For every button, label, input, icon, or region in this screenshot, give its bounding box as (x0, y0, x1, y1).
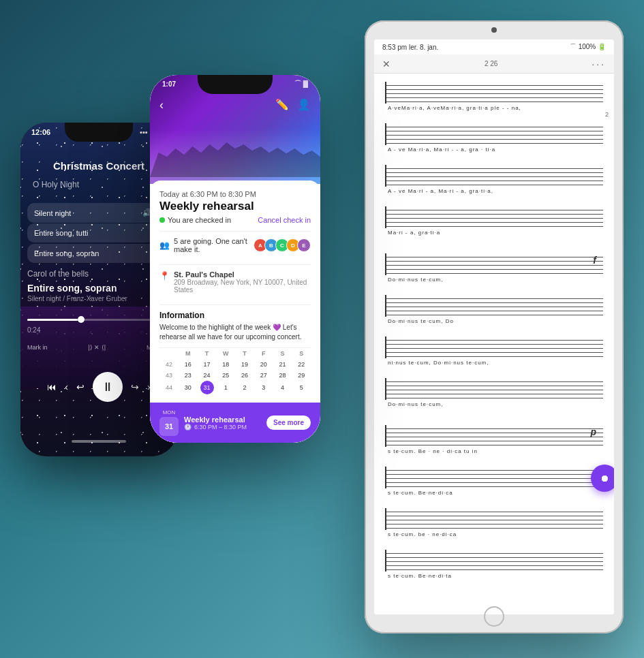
ipad-home-button[interactable] (484, 606, 504, 627)
cal-day-24[interactable]: 24 (198, 370, 217, 381)
progress-bar[interactable] (27, 319, 170, 321)
event-title: Weekly rehearsal (159, 200, 311, 213)
home-bar (72, 440, 126, 443)
staff-row-9: p s te·cum. Be · ne · di·ca tu in (385, 425, 603, 454)
ipad-toolbar: ✕ 2 26 ··· (374, 54, 614, 74)
mark-separator: |⟩ ✕ ⟨| (88, 344, 106, 351)
lyrics-2: A - ve Ma·ri·a, Ma·ri - - a, gra · ti·a (385, 146, 603, 153)
middle-screen: ‹ ✏️ 👤 Today at 6:30 PM to 8:30 PM Weekl… (150, 75, 320, 443)
progress-fill (27, 319, 78, 321)
lyrics-12: s te·cum. Be·ne·di·ta (385, 573, 603, 579)
status-bar-middle: 1:07 ⌒ ▓ (162, 79, 308, 89)
ipad-wifi-battery: ⌒ 100% 🔋 (570, 42, 606, 52)
cal-header-f: F (254, 348, 273, 359)
cal-day-27[interactable]: 27 (254, 370, 273, 381)
cal-day-25[interactable]: 25 (216, 370, 235, 381)
event-bar: MON 31 Weekly rehearsal 🕐 6:30 PM – 8:30… (150, 403, 320, 443)
song-name-1: Silent night (34, 209, 71, 217)
staff-lines-2 (385, 123, 603, 145)
event-date-num: 31 (159, 417, 179, 436)
staff-lines-1 (385, 82, 603, 104)
event-bar-time: 6:30 PM – 8:30 PM (194, 424, 247, 430)
ipad-toolbar-dots[interactable]: ··· (592, 59, 606, 69)
staff-row-1: A·veMa·ri·a, A·veMa·ri·a, gra·ti·a ple -… (385, 82, 603, 111)
info-text: Welcome to the highlight of the week 💜 L… (159, 323, 311, 342)
calendar: M T W T F S S 42 16 17 18 19 20 21 22 (159, 347, 311, 394)
cal-day-29[interactable]: 29 (292, 370, 311, 381)
record-button[interactable]: ⏺ (591, 465, 614, 492)
cal-day-2[interactable]: 2 (235, 381, 254, 394)
choir-silhouettes (150, 136, 320, 177)
song-item-3[interactable]: Entire song, sopran (27, 244, 170, 263)
person-icon[interactable]: 👤 (297, 98, 311, 111)
cal-day-4[interactable]: 4 (273, 381, 292, 394)
prev-button[interactable]: ‹ (65, 381, 68, 392)
song-item-2[interactable]: Entire song, tutti (27, 223, 170, 242)
edit-icon[interactable]: ✏️ (275, 98, 289, 111)
spacer-1 (385, 248, 603, 253)
lyrics-6: Do·mi·nus te·cum, Do (385, 318, 603, 324)
spacer-2 (385, 420, 603, 425)
cal-day-22[interactable]: 22 (292, 359, 311, 370)
cal-day-16[interactable]: 16 (179, 359, 198, 370)
checkin-text: You are checked in (168, 216, 231, 224)
see-more-button[interactable]: See more (266, 416, 311, 430)
checkin-status: You are checked in (159, 216, 231, 224)
forward-button[interactable]: ↪ (131, 381, 139, 392)
staff-row-11: s te·cum. be · ne·di·ca (385, 508, 603, 537)
sheet-music: A·veMa·ri·a, A·veMa·ri·a, gra·ti·a ple -… (374, 74, 614, 614)
cal-day-18[interactable]: 18 (216, 359, 235, 370)
back-button[interactable]: ‹ (159, 98, 164, 112)
rewind-button[interactable]: ↩ (76, 381, 85, 392)
cal-day-21[interactable]: 21 (273, 359, 292, 370)
staff-lines-6 (385, 295, 603, 317)
mark-in-label[interactable]: Mark in (27, 344, 48, 351)
week-num-44: 44 (159, 381, 179, 394)
cal-day-30[interactable]: 30 (179, 381, 198, 394)
location-icon: 📍 (159, 271, 170, 281)
location-name: St. Paul's Chapel (174, 270, 311, 279)
status-icons-middle: ⌒ ▓ (294, 79, 308, 89)
staff-row-4: Ma·ri - a, gra·ti·a (385, 206, 603, 236)
cal-day-1[interactable]: 1 (216, 381, 235, 394)
lyrics-7: ni·nus te·cum, Do·mi·nus te·cum, (385, 360, 603, 366)
cal-day-19[interactable]: 19 (235, 359, 254, 370)
attendees-row: 👥 5 are going. One can't make it. A B C … (159, 231, 311, 259)
lyrics-9: s te·cum. Be · ne · di·ca tu in (385, 448, 603, 454)
location-row: 📍 St. Paul's Chapel 209 Broadway, New Yo… (159, 264, 311, 299)
cal-day-3[interactable]: 3 (254, 381, 273, 394)
cal-day-28[interactable]: 28 (273, 370, 292, 381)
cal-day-20[interactable]: 20 (254, 359, 273, 370)
progress-area: 0:24 (27, 319, 170, 334)
song-item-1[interactable]: Silent night 🔊 ✏️ (27, 203, 170, 223)
location-info: St. Paul's Chapel 209 Broadway, New York… (174, 270, 311, 294)
cal-day-5[interactable]: 5 (292, 381, 311, 394)
cal-day-17[interactable]: 17 (198, 359, 217, 370)
cal-header-t1: T (198, 348, 217, 359)
location-address: 209 Broadway, New York, NY 10007, United… (174, 279, 311, 294)
event-bar-title: Weekly rehearsal (184, 416, 261, 424)
event-datetime: Today at 6:30 PM to 8:30 PM (159, 190, 311, 198)
ipad-status-bar: 8:53 pm ler. 8. jan. ⌒ 100% 🔋 (374, 40, 614, 54)
cal-header-w: W (216, 348, 235, 359)
attendees-text: 5 are going. One can't make it. (174, 237, 252, 253)
cal-day-31-today[interactable]: 31 (200, 381, 214, 394)
cal-day-26[interactable]: 26 (235, 370, 254, 381)
lyrics-5: Do·mi·nus te·cum, (385, 277, 603, 283)
week-num-43: 43 (159, 370, 179, 381)
ipad-close-button[interactable]: ✕ (382, 59, 390, 69)
time-label: 0:24 (27, 326, 170, 334)
checked-in-dot (159, 217, 165, 223)
calendar-grid: M T W T F S S 42 16 17 18 19 20 21 22 (159, 348, 311, 394)
lyrics-4: Ma·ri - a, gra·ti·a (385, 230, 603, 236)
lyrics-1: A·veMa·ri·a, A·veMa·ri·a, gra·ti·a ple -… (385, 105, 603, 111)
cal-day-23[interactable]: 23 (179, 370, 198, 381)
event-bar-info: Weekly rehearsal 🕐 6:30 PM – 8:30 PM (184, 416, 261, 430)
cancel-checkin-button[interactable]: Cancel check in (258, 216, 311, 224)
skip-start-button[interactable]: ⏮ (47, 381, 57, 392)
cal-header-s1: S (273, 348, 292, 359)
play-pause-button[interactable]: ⏸ (93, 372, 123, 402)
avatar-5: E (297, 238, 311, 252)
staff-lines-4 (385, 206, 603, 228)
staff-row-2: A - ve Ma·ri·a, Ma·ri - - a, gra · ti·a (385, 123, 603, 153)
